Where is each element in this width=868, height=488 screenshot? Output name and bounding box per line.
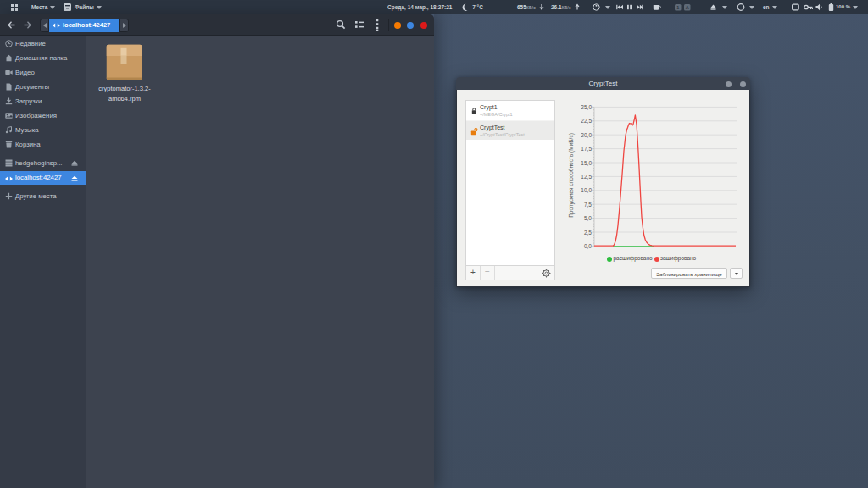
svg-text:25,0: 25,0	[581, 104, 592, 110]
svg-text:2,5: 2,5	[584, 230, 592, 236]
svg-text:7,5: 7,5	[584, 202, 592, 208]
svg-text:Пропускная способность (МиБ/с): Пропускная способность (МиБ/с)	[568, 133, 575, 218]
svg-text:5,0: 5,0	[584, 215, 592, 221]
svg-text:15,0: 15,0	[581, 160, 592, 166]
svg-text:12,5: 12,5	[581, 174, 592, 180]
svg-text:1: 1	[676, 5, 679, 10]
svg-text:0,0: 0,0	[584, 243, 592, 249]
svg-text:10,0: 10,0	[581, 187, 592, 193]
svg-text:17,5: 17,5	[581, 146, 592, 152]
svg-text:20,0: 20,0	[581, 132, 592, 138]
svg-text:A: A	[686, 5, 689, 10]
svg-text:22,5: 22,5	[581, 118, 592, 124]
